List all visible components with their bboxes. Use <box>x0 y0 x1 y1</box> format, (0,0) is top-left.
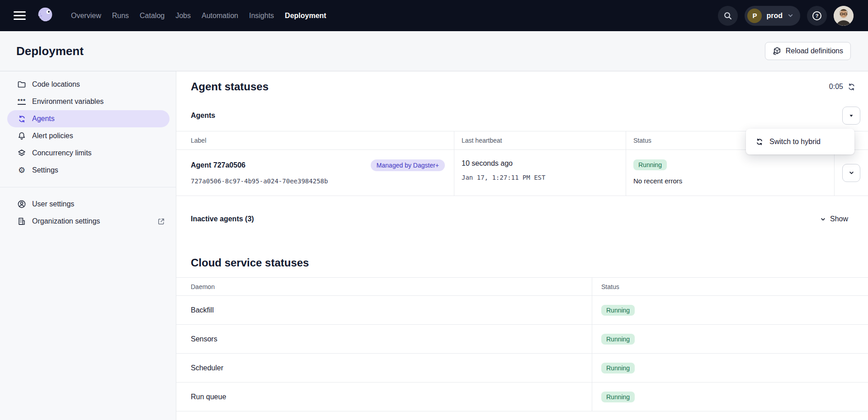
status-detail: No recent errors <box>633 177 827 185</box>
agent-row-menu-button[interactable] <box>842 164 860 182</box>
top-nav: Overview Runs Catalog Jobs Automation In… <box>0 0 868 31</box>
sidebar-item-label: User settings <box>32 200 74 208</box>
agent-sync-icon <box>755 138 764 146</box>
nav-item-deployment[interactable]: Deployment <box>285 12 326 20</box>
page-title: Deployment <box>16 44 84 58</box>
agent-label-cell: Agent 727a0506 Managed by Dagster+ 727a0… <box>176 150 454 196</box>
search-button[interactable] <box>718 6 738 26</box>
chevron-down-icon <box>848 169 855 176</box>
managed-badge: Managed by Dagster+ <box>371 159 445 171</box>
sidebar-item-code-locations[interactable]: Code locations <box>7 76 170 93</box>
agent-id: 727a0506-8c97-4b95-a024-70ee3984258b <box>191 177 447 185</box>
building-icon <box>17 217 26 226</box>
sidebar-divider <box>0 187 176 187</box>
switch-to-hybrid-label: Switch to hybrid <box>769 138 821 146</box>
external-link-icon <box>157 218 165 225</box>
nav-right-cluster: P prod ? <box>718 6 868 26</box>
sidebar-item-environment-variables[interactable]: *** Environment variables <box>7 93 170 110</box>
switch-to-hybrid-menu-item[interactable]: Switch to hybrid <box>746 129 854 154</box>
search-icon <box>723 11 732 20</box>
deployment-sidebar: Code locations *** Environment variables… <box>0 71 176 420</box>
status-badge: Running <box>601 392 635 402</box>
nav-item-overview[interactable]: Overview <box>71 12 101 20</box>
chevron-down-icon <box>787 12 794 19</box>
daemon-status-cell: Running <box>592 383 868 411</box>
workspace-avatar: P <box>747 9 762 23</box>
heartbeat-timestamp: Jan 17, 1:27:11 PM EST <box>462 174 618 181</box>
cloud-service-statuses-title: Cloud service statuses <box>191 257 868 269</box>
nav-item-automation[interactable]: Automation <box>202 12 238 20</box>
primary-nav: Overview Runs Catalog Jobs Automation In… <box>71 12 326 20</box>
show-label: Show <box>830 215 848 223</box>
reload-definitions-button[interactable]: Reload definitions <box>765 42 851 60</box>
agents-section-heading: Agents <box>191 112 215 120</box>
daemon-name: Run queue <box>176 383 592 411</box>
agent-status-cell: Running No recent errors <box>626 150 834 196</box>
status-badge: Running <box>601 363 635 373</box>
sidebar-item-label: Environment variables <box>32 98 104 106</box>
sidebar-item-label: Settings <box>32 166 58 174</box>
agent-options-dropdown-button[interactable] <box>842 107 860 125</box>
agent-statuses-title: Agent statuses <box>191 80 269 93</box>
help-button[interactable]: ? <box>807 6 827 26</box>
column-header-status: Status <box>592 278 868 296</box>
nav-item-catalog[interactable]: Catalog <box>140 12 165 20</box>
refresh-countdown: 0:05 <box>829 83 843 91</box>
sidebar-item-organization-settings[interactable]: Organization settings <box>7 213 170 230</box>
bell-icon <box>17 131 26 140</box>
column-header-heartbeat: Last heartbeat <box>454 131 626 150</box>
agent-name: Agent 727a0506 <box>191 161 245 169</box>
sidebar-item-settings[interactable]: ⚙ Settings <box>7 162 170 179</box>
folder-icon <box>17 80 26 89</box>
column-header-label: Label <box>176 131 454 150</box>
gear-icon: ⚙ <box>17 166 26 175</box>
sidebar-item-label: Concurrency limits <box>32 149 92 157</box>
page-header: Deployment Reload definitions <box>0 31 868 71</box>
layers-icon <box>17 149 26 158</box>
workspace-name: prod <box>766 12 783 20</box>
workspace-switcher[interactable]: P prod <box>745 6 800 26</box>
sidebar-item-alert-policies[interactable]: Alert policies <box>7 127 170 145</box>
caret-down-icon <box>848 112 854 119</box>
svg-text:?: ? <box>816 13 819 19</box>
sidebar-item-label: Agents <box>32 115 55 123</box>
show-inactive-agents-button[interactable]: Show <box>820 215 848 223</box>
user-circle-icon <box>17 200 26 209</box>
column-header-daemon: Daemon <box>176 278 592 296</box>
daemon-name: Scheduler <box>176 354 592 383</box>
nav-item-jobs[interactable]: Jobs <box>175 12 191 20</box>
nav-item-insights[interactable]: Insights <box>249 12 274 20</box>
agent-sync-icon <box>17 114 26 123</box>
env-vars-icon: *** <box>17 97 26 106</box>
agent-options-menu: Switch to hybrid <box>746 129 854 154</box>
chevron-down-icon <box>820 216 826 223</box>
nav-item-runs[interactable]: Runs <box>112 12 129 20</box>
main-content: Agent statuses 0:05 Agents <box>176 71 868 420</box>
daemon-status-cell: Running <box>592 325 868 354</box>
cloud-services-table: Daemon Status Backfill Running Sensors R… <box>176 277 868 411</box>
daemon-name: Sensors <box>176 325 592 354</box>
daemon-name: Backfill <box>176 296 592 325</box>
daemon-status-cell: Running <box>592 296 868 325</box>
sidebar-item-user-settings[interactable]: User settings <box>7 196 170 213</box>
inactive-agents-heading: Inactive agents (3) <box>191 215 254 223</box>
sidebar-item-agents[interactable]: Agents <box>7 110 170 127</box>
status-badge: Running <box>633 159 667 170</box>
sidebar-item-label: Organization settings <box>32 217 100 225</box>
dagster-logo-icon[interactable] <box>35 5 56 26</box>
help-icon: ? <box>812 11 822 21</box>
daemon-status-cell: Running <box>592 354 868 383</box>
agent-heartbeat-cell: 10 seconds ago Jan 17, 1:27:11 PM EST <box>454 150 626 196</box>
hamburger-menu-button[interactable] <box>14 11 26 20</box>
refresh-icon <box>847 83 856 91</box>
package-reload-icon <box>773 47 782 56</box>
sidebar-item-label: Code locations <box>32 80 80 89</box>
status-badge: Running <box>601 334 635 345</box>
status-badge: Running <box>601 305 635 316</box>
user-avatar[interactable] <box>834 6 854 26</box>
reload-definitions-label: Reload definitions <box>786 47 843 55</box>
agent-actions-cell <box>834 150 868 196</box>
sidebar-item-concurrency-limits[interactable]: Concurrency limits <box>7 145 170 162</box>
heartbeat-relative: 10 seconds ago <box>462 159 618 168</box>
refresh-button[interactable] <box>847 83 856 91</box>
